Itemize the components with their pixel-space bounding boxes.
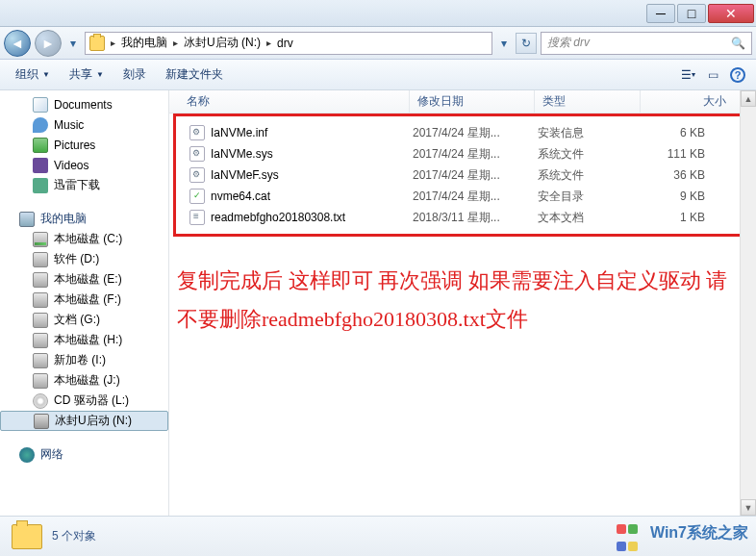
file-date: 2017/4/24 星期... <box>413 125 538 141</box>
file-name: IaNVMe.inf <box>211 126 267 139</box>
breadcrumb-root[interactable]: 我的电脑 <box>121 35 167 51</box>
file-row[interactable]: IaNVMeF.sys2017/4/24 星期...系统文件36 KB <box>176 164 742 186</box>
sidebar-item-label: 本地磁盘 (E:) <box>54 271 122 288</box>
sidebar-item-label: Documents <box>54 98 113 112</box>
drive-icon <box>33 252 48 267</box>
history-dropdown[interactable]: ▾ <box>65 37 81 50</box>
pic-icon <box>33 138 48 153</box>
dl-icon <box>33 178 48 193</box>
breadcrumb-folder[interactable]: drv <box>277 37 293 50</box>
sidebar-item-drive[interactable]: 冰封U启动 (N:) <box>0 411 168 431</box>
back-button[interactable]: ◄ <box>4 30 31 57</box>
file-row[interactable]: readmebfgho20180308.txt2018/3/11 星期...文本… <box>176 207 742 228</box>
column-size[interactable]: 大小 <box>641 90 756 113</box>
file-list-highlight: IaNVMe.inf2017/4/24 星期...安装信息6 KBIaNVMe.… <box>173 114 744 237</box>
doc-icon <box>33 97 48 113</box>
sidebar-item-drive[interactable]: 本地磁盘 (F:) <box>0 290 168 310</box>
drive-icon <box>33 272 48 288</box>
sidebar-item-drive[interactable]: 本地磁盘 (C:) <box>0 229 168 249</box>
address-dropdown[interactable]: ▾ <box>496 37 512 50</box>
share-menu[interactable]: 共享▼ <box>62 63 112 87</box>
navigation-pane: DocumentsMusicPicturesVideos迅雷下载 我的电脑 本地… <box>0 90 169 516</box>
windows-logo-icon <box>612 518 646 548</box>
sidebar-item-label: 文档 (G:) <box>54 312 100 328</box>
sidebar-item-drive[interactable]: 本地磁盘 (H:) <box>0 330 168 350</box>
column-name[interactable]: 名称 <box>169 90 410 113</box>
file-icon <box>189 210 205 225</box>
drive-icon <box>34 414 49 429</box>
window-titlebar: ─ □ ✕ <box>0 0 756 27</box>
sidebar-item-drive[interactable]: 本地磁盘 (E:) <box>0 269 168 290</box>
sidebar-item-label: Music <box>54 118 84 132</box>
burn-button[interactable]: 刻录 <box>115 63 154 87</box>
preview-pane-button[interactable]: ▭ <box>702 64 723 86</box>
view-options-button[interactable]: ☰▾ <box>677 64 698 86</box>
sidebar-item-library[interactable]: Videos <box>0 155 168 175</box>
sidebar-section-computer[interactable]: 我的电脑 <box>0 207 168 229</box>
file-date: 2018/3/11 星期... <box>413 210 538 226</box>
organize-menu[interactable]: 组织▼ <box>8 63 58 87</box>
sidebar-item-library[interactable]: Music <box>0 114 168 135</box>
navigation-bar: ◄ ► ▾ ▸ 我的电脑 ▸ 冰封U启动 (N:) ▸ drv ▾ ↻ 搜索 d… <box>0 27 756 60</box>
file-icon <box>189 189 205 204</box>
file-size: 36 KB <box>643 168 742 182</box>
sidebar-item-drive[interactable]: 本地磁盘 (J:) <box>0 370 168 391</box>
sidebar-item-label: 迅雷下载 <box>54 177 100 193</box>
sidebar-item-library[interactable]: 迅雷下载 <box>0 175 168 195</box>
file-row[interactable]: IaNVMe.inf2017/4/24 星期...安装信息6 KB <box>176 122 742 143</box>
file-row[interactable]: nvme64.cat2017/4/24 星期...安全目录9 KB <box>176 186 742 207</box>
file-name: readmebfgho20180308.txt <box>211 211 345 224</box>
sidebar-item-label: 本地磁盘 (H:) <box>54 332 122 348</box>
help-button[interactable]: ? <box>727 64 748 86</box>
sidebar-item-drive[interactable]: 文档 (G:) <box>0 310 168 330</box>
drive-icon <box>33 353 48 368</box>
file-name: nvme64.cat <box>211 190 270 203</box>
annotation-text: 复制完成后 这样即可 再次强调 如果需要注入自定义驱动 请不要删除readmeb… <box>177 262 737 339</box>
sidebar-item-label: Videos <box>54 159 88 172</box>
file-size: 6 KB <box>643 126 742 139</box>
sidebar-item-label: 本地磁盘 (F:) <box>54 291 121 308</box>
column-type[interactable]: 类型 <box>535 90 641 113</box>
sidebar-item-drive[interactable]: 软件 (D:) <box>0 249 168 269</box>
new-folder-button[interactable]: 新建文件夹 <box>158 63 231 87</box>
network-icon <box>19 447 35 463</box>
sidebar-item-label: 新加卷 (I:) <box>54 352 106 368</box>
status-item-count: 5 个对象 <box>52 528 96 544</box>
folder-icon <box>12 524 42 549</box>
address-bar[interactable]: ▸ 我的电脑 ▸ 冰封U启动 (N:) ▸ drv <box>85 32 492 55</box>
breadcrumb-sep-icon: ▸ <box>266 38 271 48</box>
vertical-scrollbar[interactable]: ▲ ▼ <box>740 90 756 516</box>
close-button[interactable]: ✕ <box>708 4 754 23</box>
file-type: 文本文档 <box>538 210 643 226</box>
minimize-button[interactable]: ─ <box>646 4 675 23</box>
sidebar-item-drive[interactable]: 新加卷 (I:) <box>0 350 168 370</box>
forward-button[interactable]: ► <box>35 30 62 57</box>
search-icon: 🔍 <box>731 37 745 50</box>
sidebar-item-label: 本地磁盘 (J:) <box>54 372 120 389</box>
search-box[interactable]: 搜索 drv 🔍 <box>541 32 752 55</box>
sidebar-item-label: 软件 (D:) <box>54 251 99 267</box>
file-row[interactable]: IaNVMe.sys2017/4/24 星期...系统文件111 KB <box>176 143 742 164</box>
sidebar-item-library[interactable]: Documents <box>0 94 168 114</box>
maximize-button[interactable]: □ <box>677 4 706 23</box>
refresh-button[interactable]: ↻ <box>516 33 537 54</box>
file-type: 安全目录 <box>538 189 643 205</box>
scroll-up-button[interactable]: ▲ <box>741 90 756 107</box>
breadcrumb-drive[interactable]: 冰封U启动 (N:) <box>184 35 261 51</box>
file-date: 2017/4/24 星期... <box>413 189 538 205</box>
sidebar-item-drive[interactable]: CD 驱动器 (L:) <box>0 391 168 411</box>
sidebar-section-network[interactable]: 网络 <box>0 442 168 465</box>
sidebar-item-label: CD 驱动器 (L:) <box>54 392 129 409</box>
sidebar-item-label: Pictures <box>54 139 95 152</box>
drive-icon <box>33 232 48 247</box>
scroll-down-button[interactable]: ▼ <box>741 499 756 516</box>
sidebar-item-library[interactable]: Pictures <box>0 135 168 155</box>
sidebar-network-label: 网络 <box>40 446 63 463</box>
file-type: 安装信息 <box>538 125 643 141</box>
file-icon <box>189 146 205 162</box>
music-icon <box>33 117 48 133</box>
command-toolbar: 组织▼ 共享▼ 刻录 新建文件夹 ☰▾ ▭ ? <box>0 60 756 90</box>
column-date[interactable]: 修改日期 <box>410 90 535 113</box>
file-type: 系统文件 <box>538 146 643 163</box>
drive-icon <box>33 313 48 328</box>
